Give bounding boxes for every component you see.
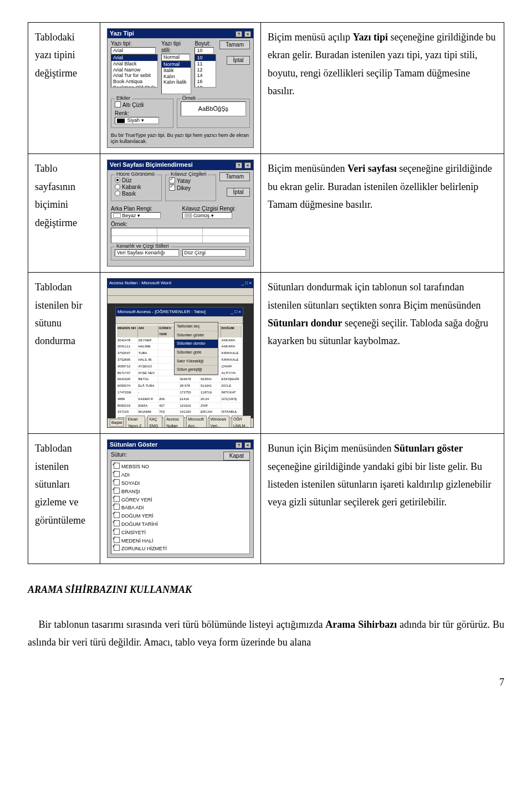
row-show-columns: Tablodan istenilen sütunları gizleme ve …: [28, 434, 504, 564]
font-field-label: Yazı tipi:: [111, 40, 158, 47]
content-table: Tablodaki yazı tipini değiştirme Yazı Ti…: [28, 22, 504, 564]
sample-preview: AaBbÖğŞş: [181, 101, 246, 116]
color-field[interactable]: Siyah ▾: [115, 117, 159, 124]
font-field[interactable]: Arial: [111, 47, 156, 54]
help-icon[interactable]: ?: [236, 442, 242, 448]
row3-dialog-cell: Access Notları : Microsoft Word _ □ × Mi…: [100, 273, 261, 434]
cancel-button[interactable]: İptal: [227, 56, 250, 65]
underline-checkbox[interactable]: Altı Çizili: [115, 101, 170, 109]
row4-label: Tablodan istenilen sütunları gizleme ve …: [28, 434, 100, 564]
access-app-title: Access Notları : Microsoft Word: [109, 279, 171, 287]
style-listbox[interactable]: Normal İtalik Kalın Kalın İtalik: [161, 61, 191, 94]
font-dialog: Yazı Tipi ? × Yazı tipi: Arial Arial Ari…: [107, 28, 254, 148]
access-inner-title: Microsoft Access - [ÖĞRETMENLER : Tablo]: [117, 308, 206, 316]
row-freeze-column: Tablodan istenilen bir sütunu dondurma A…: [28, 273, 504, 434]
grid-color-field[interactable]: Gümüş ▾: [182, 212, 232, 219]
access-window: Access Notları : Microsoft Word _ □ × Mi…: [107, 278, 254, 428]
border-select-2[interactable]: Düz Çizgi: [182, 249, 247, 257]
radio-raised[interactable]: Kabarık: [115, 184, 158, 191]
row4-dialog-cell: Sütunları Göster ? × Sütun: Kapat MEBSİS…: [100, 434, 261, 564]
datasheet-dialog-titlebar: Veri Sayfası Biçimlendirmesi ? ×: [108, 160, 253, 170]
row-datasheet-format: Tablo sayfasının biçimini değiştirme Ver…: [28, 154, 504, 273]
row3-description: Sütunları dondurmak için tablonun sol ta…: [261, 273, 504, 434]
row1-dialog-cell: Yazı Tipi ? × Yazı tipi: Arial Arial Ari…: [100, 23, 261, 154]
bottom-paragraph: Bir tablonun tasarımı sırasında veri tür…: [28, 616, 504, 652]
close-icon[interactable]: ×: [244, 162, 251, 168]
help-icon[interactable]: ?: [236, 31, 242, 37]
datasheet-dialog: Veri Sayfası Biçimlendirmesi ? × Hücre G…: [107, 160, 254, 267]
radio-flat[interactable]: Düz: [115, 177, 158, 184]
chk-horizontal[interactable]: Yatay: [169, 177, 212, 185]
row3-label: Tablodan istenilen bir sütunu dondurma: [28, 273, 100, 434]
row1-label: Tablodaki yazı tipini değiştirme: [28, 23, 100, 154]
row2-description: Biçim menüsünden Veri sayfası seçeneğine…: [261, 154, 504, 273]
access-toolbar: [108, 288, 253, 296]
close-button[interactable]: Kapat: [223, 452, 250, 460]
taskbar: BaşlatEkran Yazıcı 2KAÇ EMGAccess Notlar…: [108, 418, 253, 427]
show-columns-dialog: Sütunları Göster ? × Sütun: Kapat MEBSİS…: [107, 439, 254, 558]
border-select-1[interactable]: Veri Sayfası Kenarlığı: [115, 249, 179, 257]
access-toolbar: [108, 296, 253, 304]
help-icon[interactable]: ?: [236, 162, 242, 168]
row-font-change: Tablodaki yazı tipini değiştirme Yazı Ti…: [28, 23, 504, 154]
ok-button[interactable]: Tamam: [219, 172, 250, 181]
show-columns-dialog-titlebar: Sütunları Göster ? ×: [108, 440, 253, 449]
size-listbox[interactable]: 10 11 12 14 16 18 20: [195, 54, 216, 88]
font-dialog-title: Yazı Tipi: [110, 30, 134, 37]
page-number: 7: [28, 673, 504, 691]
ok-button[interactable]: Tamam: [219, 40, 250, 49]
cancel-button[interactable]: İptal: [227, 188, 250, 197]
bg-color-field[interactable]: Beyaz ▾: [111, 212, 161, 219]
chk-vertical[interactable]: Dikey: [169, 185, 212, 192]
font-listbox[interactable]: Arial Arial Black Arial Narrow Arial Tur…: [111, 54, 158, 88]
sample-grid: [111, 228, 250, 243]
style-field[interactable]: Normal: [161, 54, 190, 61]
section-heading: ARAMA SİHİRBAZINI KULLANMAK: [28, 581, 504, 598]
size-field[interactable]: 10: [195, 47, 214, 54]
row2-label: Tablo sayfasının biçimini değiştirme: [28, 154, 100, 273]
row1-description: Biçim menüsü açılıp Yazı tipi seçeneğine…: [261, 23, 504, 154]
size-field-label: Boyut:: [195, 40, 216, 47]
style-field-label: Yazı tipi stili:: [161, 40, 191, 54]
font-dialog-titlebar: Yazı Tipi ? ×: [108, 29, 253, 38]
columns-listbox[interactable]: MEBSİS NOADISOYADIBRANŞIGÖREV YERİBABA A…: [111, 460, 250, 554]
radio-sunken[interactable]: Basık: [115, 191, 158, 197]
row4-description: Bunun için Biçim menüsünden Sütunları gö…: [261, 434, 504, 564]
font-dialog-note: Bu bir TrueType yazı tipi. Bu yazı tipi …: [111, 132, 250, 145]
context-menu[interactable]: Tablodan seçSütunları gösterSütunları do…: [174, 322, 218, 375]
datasheet-dialog-title: Veri Sayfası Biçimlendirmesi: [110, 161, 193, 168]
row2-dialog-cell: Veri Sayfası Biçimlendirmesi ? × Hücre G…: [100, 154, 261, 273]
close-icon[interactable]: ×: [244, 442, 251, 448]
close-icon[interactable]: ×: [244, 31, 251, 37]
show-columns-dialog-title: Sütunları Göster: [110, 441, 157, 448]
